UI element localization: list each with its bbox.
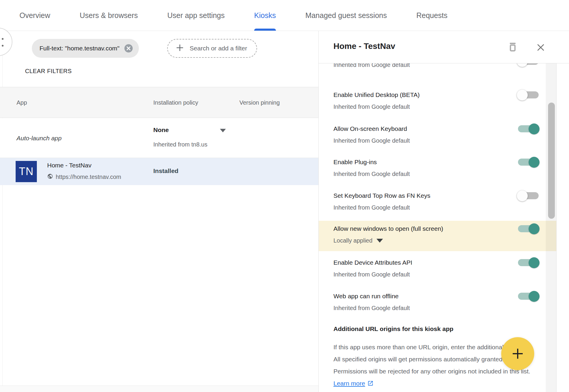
toggle-switch[interactable] — [518, 293, 539, 300]
locally-applied-dropdown[interactable]: Locally applied — [333, 236, 556, 245]
panel-header: Home - TestNav — [319, 31, 569, 63]
auto-launch-policy-dropdown[interactable]: None — [153, 126, 169, 134]
app-url-label: https://home.testnav.com — [56, 174, 121, 180]
setting-row-unified-desktop: Enable Unified Desktop (BETA) Inherited … — [319, 91, 556, 111]
toggle-switch[interactable] — [518, 159, 539, 166]
setting-status: Inherited from Google default — [333, 270, 410, 279]
panel-scrollbar-thumb[interactable] — [548, 103, 555, 219]
auto-launch-label: Auto-launch app — [17, 135, 62, 142]
toggle-switch[interactable] — [518, 91, 539, 98]
learn-more-link[interactable]: Learn more — [333, 380, 365, 387]
toggle-switch[interactable] — [518, 225, 539, 232]
setting-row-plugins: Enable Plug-ins Inherited from Google de… — [319, 158, 556, 178]
table-row-home-testnav[interactable]: TN Home - TestNav https://home.testnav.c… — [0, 158, 318, 185]
table-row-auto-launch: Auto-launch app None Inherited from tn8.… — [0, 118, 318, 158]
setting-status: Inherited from Google default — [333, 136, 410, 145]
setting-status: Inherited from Google default — [333, 203, 410, 212]
filter-bar: Full-text: "home.testnav.com" Search or … — [32, 39, 257, 58]
setting-status: Locally applied — [333, 236, 372, 245]
kiosk-apps-screen: Overview Users & browsers User app setti… — [0, 0, 569, 392]
clear-filters-button[interactable]: CLEAR FILTERS — [25, 68, 72, 75]
tab-users-browsers[interactable]: Users & browsers — [80, 0, 138, 31]
table-header: App Installation policy Version pinning — [0, 87, 318, 118]
toggle-switch[interactable] — [518, 192, 539, 199]
setting-row-clipped: Inherited from Google default — [319, 63, 556, 69]
auto-launch-inherited-label: Inherited from tn8.us — [153, 141, 207, 148]
settings-list: Inherited from Google default Enable Uni… — [319, 63, 569, 392]
setting-status: Inherited from Google default — [333, 103, 410, 111]
left-edge-divider — [2, 31, 3, 386]
tab-requests[interactable]: Requests — [416, 0, 448, 31]
column-app: App — [17, 87, 27, 118]
tab-kiosks[interactable]: Kiosks — [254, 0, 276, 31]
search-filter-placeholder: Search or add a filter — [190, 45, 247, 52]
setting-status: Inherited from Google default — [333, 63, 410, 69]
add-origin-fab[interactable] — [501, 337, 534, 370]
panel-title: Home - TestNav — [333, 42, 395, 51]
setting-status: Inherited from Google default — [333, 170, 410, 178]
remove-filter-icon[interactable] — [124, 44, 133, 53]
setting-status: Inherited from Google default — [333, 304, 410, 312]
add-filter-chip[interactable]: Search or add a filter — [167, 39, 257, 58]
tab-managed-guest-sessions[interactable]: Managed guest sessions — [305, 0, 387, 31]
filter-chip-label: Full-text: "home.testnav.com" — [40, 45, 119, 52]
app-name: Home - TestNav — [47, 162, 91, 169]
plus-icon — [175, 43, 184, 53]
chevron-down-icon[interactable] — [376, 239, 383, 243]
external-link-icon — [367, 378, 374, 390]
globe-icon — [47, 173, 53, 181]
toggle-switch[interactable] — [518, 63, 539, 65]
toggle-switch[interactable] — [518, 259, 539, 266]
tab-overview[interactable]: Overview — [19, 0, 50, 31]
column-installation-policy: Installation policy — [153, 87, 198, 118]
chevron-down-icon[interactable] — [220, 129, 226, 132]
installed-status: Installed — [153, 167, 178, 174]
tab-bar: Overview Users & browsers User app setti… — [0, 0, 569, 31]
testnav-app-icon: TN — [16, 161, 37, 182]
setting-row-device-attributes: Enable Device Attributes API Inherited f… — [319, 258, 556, 279]
active-filter-chip[interactable]: Full-text: "home.testnav.com" — [32, 39, 139, 58]
setting-row-fn-keys: Set Keyboard Top Row as FN Keys Inherite… — [319, 192, 556, 212]
close-icon[interactable] — [536, 42, 546, 52]
panel-scrollbar-track — [546, 63, 557, 392]
setting-row-new-windows: Allow new windows to open (full screen) … — [319, 221, 556, 251]
app-settings-panel: Home - TestNav Inherited from Google def… — [318, 31, 569, 392]
column-version-pinning: Version pinning — [239, 87, 280, 118]
setting-row-onscreen-keyboard: Allow On-screen Keyboard Inherited from … — [319, 125, 556, 145]
delete-icon[interactable] — [506, 41, 519, 53]
setting-row-offline: Web app can run offline Inherited from G… — [319, 292, 556, 312]
toggle-switch[interactable] — [518, 125, 539, 132]
apps-list-pane: Full-text: "home.testnav.com" Search or … — [0, 31, 318, 392]
bottom-strip — [0, 386, 318, 392]
additional-origins-heading: Additional URL origins for this kiosk ap… — [333, 325, 453, 332]
tab-user-app-settings[interactable]: User app settings — [167, 0, 225, 31]
